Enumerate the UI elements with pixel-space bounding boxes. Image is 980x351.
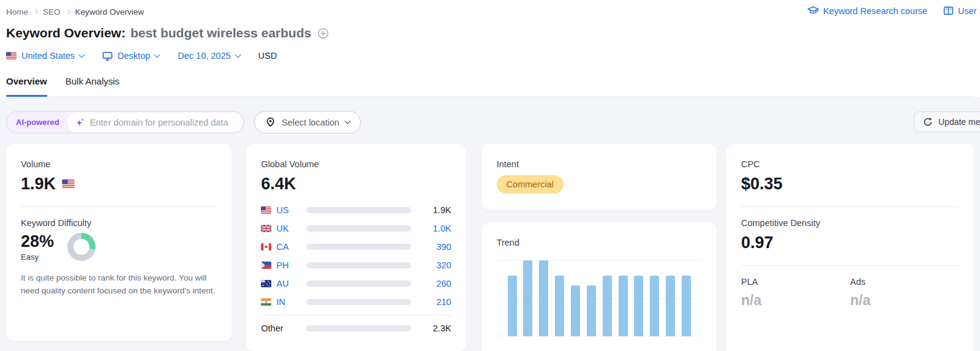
- trend-bar: [508, 276, 517, 336]
- breadcrumb-current: Keyword Overview: [75, 7, 145, 17]
- chevron-down-icon: [154, 51, 160, 58]
- competitive-density-label: Competitive Density: [741, 217, 959, 228]
- country-link[interactable]: IN: [261, 297, 300, 307]
- select-location-label: Select location: [282, 118, 339, 127]
- page-header: Home SEO Keyword Overview Keyword Resear…: [0, 0, 980, 97]
- volume-label: Volume: [21, 159, 217, 170]
- pla-label: PLA: [741, 276, 850, 287]
- global-volume-label: Global Volume: [261, 159, 451, 170]
- breadcrumb-seo[interactable]: SEO: [43, 7, 61, 17]
- add-keyword-button[interactable]: [317, 28, 329, 39]
- country-link[interactable]: CA: [261, 242, 300, 252]
- currency-label: USD: [258, 51, 277, 61]
- update-metrics-button[interactable]: Update metrics: [914, 111, 980, 132]
- volume-card: Volume 1.9K Keyword Difficulty 28% Easy …: [6, 144, 232, 341]
- keyword-difficulty-value: 28%: [21, 232, 54, 251]
- country-link[interactable]: US: [261, 205, 300, 215]
- us-flag-icon: [62, 179, 75, 188]
- location-filter[interactable]: United States: [6, 51, 84, 61]
- global-volume-rows: US 1.9K UK 1.0K CA: [261, 201, 451, 338]
- global-volume-row-ca: CA 390: [261, 238, 451, 256]
- metric-cards-row: Volume 1.9K Keyword Difficulty 28% Easy …: [6, 144, 974, 351]
- volume-bar-track: [306, 225, 410, 232]
- global-volume-row-uk: UK 1.0K: [261, 219, 451, 238]
- volume-bar-track: [306, 244, 410, 250]
- country-volume-value[interactable]: 210: [417, 297, 451, 307]
- global-volume-value: 6.4K: [261, 174, 451, 194]
- page-title-keyword: best budget wireless earbuds: [130, 25, 311, 41]
- divider: [261, 315, 451, 315]
- breadcrumb-home[interactable]: Home: [6, 7, 28, 17]
- date-filter[interactable]: Dec 10, 2025: [178, 51, 239, 61]
- global-volume-row-in: IN 210: [261, 293, 451, 311]
- keyword-difficulty-level: Easy: [21, 252, 54, 262]
- country-volume-value[interactable]: 320: [417, 260, 451, 270]
- refresh-icon: [923, 117, 933, 127]
- canada-flag-icon: [261, 243, 271, 251]
- device-filter-label: Desktop: [118, 51, 150, 61]
- chevron-down-icon: [345, 118, 351, 124]
- competitive-density-value: 0.97: [741, 233, 959, 252]
- country-link[interactable]: AU: [261, 279, 300, 289]
- trend-bar: [650, 276, 659, 336]
- ads-label: Ads: [850, 276, 959, 287]
- trend-bar: [539, 260, 548, 336]
- intent-trend-column: Intent Commercial Trend: [482, 144, 717, 351]
- trend-bar: [634, 276, 643, 336]
- tab-bar: Overview Bulk Analysis: [6, 75, 974, 97]
- country-link[interactable]: UK: [261, 224, 300, 233]
- volume-value: 1.9K: [21, 174, 56, 194]
- global-volume-row-other: Other 2.3K: [261, 319, 451, 338]
- trend-bar: [619, 276, 628, 336]
- cpc-label: CPC: [741, 159, 959, 170]
- trend-bar: [666, 276, 675, 336]
- us-flag-icon: [6, 52, 17, 59]
- intent-card: Intent Commercial: [482, 144, 717, 210]
- country-link[interactable]: PH: [261, 260, 300, 270]
- trend-chart: [497, 260, 702, 336]
- kd-donut: [67, 233, 96, 261]
- trend-card: Trend: [482, 222, 717, 351]
- select-location-dropdown[interactable]: Select location: [254, 111, 361, 134]
- update-metrics-label: Update metrics: [938, 117, 980, 127]
- volume-bar-track: [306, 281, 410, 287]
- keyword-research-course-link[interactable]: Keyword Research course: [807, 6, 927, 16]
- trend-bar: [682, 276, 691, 336]
- header-links: Keyword Research course User manual: [807, 6, 980, 16]
- other-label: Other: [261, 323, 300, 333]
- desktop-icon: [102, 51, 113, 61]
- book-icon: [943, 6, 954, 16]
- breadcrumb-chevron-icon: [65, 9, 70, 14]
- manual-link-label: User manual: [958, 6, 980, 16]
- global-volume-row-au: AU 260: [261, 274, 451, 293]
- page-title-prefix: Keyword Overview:: [6, 25, 126, 41]
- pla-block: PLA n/a: [741, 276, 850, 309]
- us-flag-icon: [261, 206, 271, 214]
- ai-powered-badge: AI-powered: [8, 118, 67, 127]
- country-volume-value: 1.9K: [417, 205, 451, 215]
- cpc-card: CPC $0.35 Competitive Density 0.97 PLA n…: [726, 144, 974, 351]
- domain-input-wrap[interactable]: [67, 113, 243, 132]
- volume-bar-track: [306, 207, 410, 213]
- uk-flag-icon: [261, 225, 271, 232]
- keyword-difficulty-label: Keyword Difficulty: [21, 217, 217, 228]
- tab-bulk-analysis[interactable]: Bulk Analysis: [66, 75, 119, 97]
- trend-bars: [497, 260, 702, 336]
- device-filter[interactable]: Desktop: [102, 51, 159, 61]
- ads-block: Ads n/a: [850, 276, 959, 309]
- user-manual-link[interactable]: User manual: [943, 6, 980, 16]
- domain-input[interactable]: [90, 118, 235, 127]
- trend-bar: [603, 276, 612, 336]
- country-volume-value[interactable]: 260: [417, 279, 451, 289]
- trend-bar: [571, 285, 580, 336]
- course-link-label: Keyword Research course: [823, 6, 927, 16]
- country-volume-value[interactable]: 1.0K: [417, 224, 451, 233]
- ai-domain-widget: AI-powered: [6, 111, 244, 134]
- country-volume-value: 2.3K: [417, 323, 451, 333]
- tab-overview[interactable]: Overview: [6, 75, 47, 97]
- divider: [741, 206, 959, 207]
- india-flag-icon: [261, 298, 271, 306]
- trend-bar: [523, 260, 532, 336]
- trend-bar: [587, 285, 596, 336]
- country-volume-value[interactable]: 390: [417, 242, 451, 252]
